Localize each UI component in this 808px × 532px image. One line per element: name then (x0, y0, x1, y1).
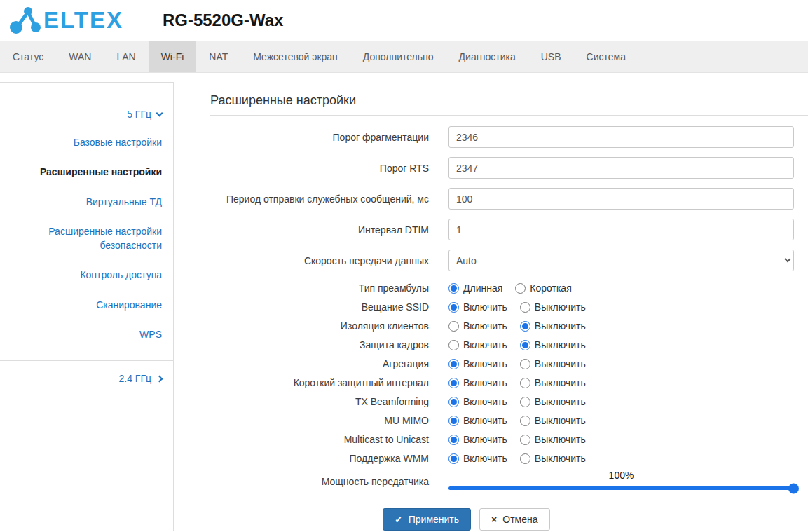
rts-threshold-input[interactable] (448, 157, 794, 179)
sidebar-item-access-control[interactable]: Контроль доступа (0, 260, 173, 289)
client-isolation-disable-radio[interactable] (520, 321, 530, 332)
short-guard-interval-enable-radio[interactable] (448, 378, 459, 388)
field-label: Интервал DTIM (210, 222, 448, 238)
radio-label: Выключить (535, 358, 586, 369)
radio-option[interactable]: Выключить (520, 377, 586, 388)
short-guard-interval-disable-radio[interactable] (520, 378, 530, 388)
radio-option[interactable]: Выключить (520, 339, 586, 350)
radio-option[interactable]: Короткая (515, 282, 571, 294)
sidebar-group-24ghz[interactable]: 2.4 ГГц (0, 365, 173, 392)
sidebar-group-5ghz[interactable]: 5 ГГц (0, 101, 173, 128)
form-row: TX Beamforming Включить Выключить (210, 394, 808, 409)
field-label: Короткий защитный интервал (210, 375, 448, 390)
form-actions: ✓ Применить × Отмена (210, 508, 808, 531)
mu-mimo-disable-radio[interactable] (520, 416, 530, 426)
sidebar: 5 ГГц Базовые настройки Расширенные наст… (0, 82, 174, 531)
sidebar-item-basic-settings[interactable]: Базовые настройки (0, 128, 173, 157)
preamble-short-radio[interactable] (515, 283, 526, 294)
multicast-to-unicast-enable-radio[interactable] (448, 435, 459, 445)
radio-option[interactable]: Выключить (520, 301, 586, 313)
eltex-logo: ELTEX (7, 4, 123, 36)
frame-protection-disable-radio[interactable] (520, 340, 530, 350)
radio-option[interactable]: Выключить (520, 453, 586, 464)
field-label: Поддержка WMM (210, 451, 448, 466)
radio-label: Выключить (535, 320, 586, 332)
tab-lan[interactable]: LAN (104, 41, 148, 72)
dtim-interval-input[interactable] (448, 219, 794, 240)
sidebar-item-wps[interactable]: WPS (0, 320, 173, 349)
tab-nat[interactable]: NAT (196, 41, 240, 72)
field-control: Включить Выключить (448, 377, 794, 388)
radio-option[interactable]: Включить (448, 453, 507, 464)
radio-option[interactable]: Выключить (520, 415, 586, 426)
radio-label: Включить (463, 453, 507, 464)
client-isolation-enable-radio[interactable] (448, 321, 459, 332)
beacon-period-input[interactable] (448, 188, 794, 210)
radio-option[interactable]: Включить (448, 339, 507, 350)
data-rate-select[interactable]: Auto (448, 250, 794, 271)
top-nav: Статус WAN LAN Wi-Fi NAT Межсетевой экра… (0, 41, 808, 73)
aggregation-disable-radio[interactable] (520, 359, 530, 369)
tab-wifi[interactable]: Wi-Fi (149, 41, 197, 72)
tab-additional[interactable]: Дополнительно (350, 41, 446, 72)
radio-option[interactable]: Включить (448, 301, 507, 313)
tab-system[interactable]: Система (574, 41, 638, 72)
sidebar-group-24ghz-label: 2.4 ГГц (118, 373, 151, 384)
apply-button[interactable]: ✓ Применить (383, 508, 471, 531)
ssid-broadcast-disable-radio[interactable] (520, 302, 530, 313)
radio-option[interactable]: Включить (448, 396, 507, 407)
preamble-long-radio[interactable] (448, 283, 459, 294)
form-row: Защита кадров Включить Выключить (210, 337, 808, 353)
sidebar-item-virtual-ap[interactable]: Виртуальные ТД (0, 187, 173, 217)
radio-label: Выключить (535, 415, 586, 426)
sidebar-item-scanning[interactable]: Сканирование (0, 290, 173, 320)
tx-power-thumb[interactable] (788, 483, 799, 493)
field-control (448, 157, 794, 179)
radio-option[interactable]: Включить (448, 434, 507, 445)
mu-mimo-enable-radio[interactable] (448, 416, 459, 426)
tab-status[interactable]: Статус (0, 41, 56, 72)
radio-option[interactable]: Выключить (520, 434, 586, 445)
radio-option[interactable]: Длинная (448, 282, 502, 294)
field-label: Защита кадров (210, 337, 448, 353)
form-row: Вещание SSID Включить Выключить (210, 299, 808, 315)
ssid-broadcast-enable-radio[interactable] (448, 302, 459, 313)
sidebar-divider (0, 360, 173, 361)
radio-label: Короткая (530, 282, 571, 294)
radio-option[interactable]: Включить (448, 377, 507, 388)
tab-wan[interactable]: WAN (56, 41, 104, 72)
form-row: Поддержка WMM Включить Выключить (210, 451, 808, 466)
tx-beamforming-disable-radio[interactable] (520, 397, 530, 407)
fragmentation-threshold-input[interactable] (448, 126, 794, 148)
radio-option[interactable]: Включить (448, 320, 507, 332)
cancel-button[interactable]: × Отмена (479, 508, 549, 531)
radio-label: Выключить (535, 453, 586, 464)
tx-beamforming-enable-radio[interactable] (448, 397, 459, 407)
wmm-support-disable-radio[interactable] (520, 453, 530, 464)
sidebar-item-advanced-security-settings[interactable]: Расширенные настройки безопасности (0, 217, 173, 261)
sidebar-item-advanced-settings[interactable]: Расширенные настройки (0, 157, 173, 186)
radio-option[interactable]: Выключить (520, 358, 586, 369)
radio-option[interactable]: Выключить (520, 320, 586, 332)
field-control: Включить Выключить (448, 320, 794, 332)
radio-option[interactable]: Включить (448, 415, 507, 426)
form-row: Мощность передатчика 100% (210, 470, 808, 490)
field-control (448, 126, 794, 148)
form-row: Период отправки служебных сообщений, мс (210, 188, 808, 210)
field-label: Порог RTS (210, 161, 448, 176)
tab-diagnostics[interactable]: Диагностика (446, 41, 528, 72)
field-control: Включить Выключить (448, 453, 794, 464)
frame-protection-enable-radio[interactable] (448, 340, 459, 350)
radio-label: Включить (463, 339, 507, 350)
radio-option[interactable]: Выключить (520, 396, 586, 407)
aggregation-enable-radio[interactable] (448, 359, 459, 369)
field-control: Включить Выключить (448, 415, 794, 426)
wmm-support-enable-radio[interactable] (448, 453, 459, 464)
tx-power-slider[interactable] (448, 486, 794, 490)
multicast-to-unicast-disable-radio[interactable] (520, 435, 530, 445)
field-label: Вещание SSID (210, 299, 448, 315)
tab-firewall[interactable]: Межсетевой экран (240, 41, 350, 72)
brand-name: ELTEX (43, 7, 123, 34)
tab-usb[interactable]: USB (528, 41, 574, 72)
radio-option[interactable]: Включить (448, 358, 507, 369)
